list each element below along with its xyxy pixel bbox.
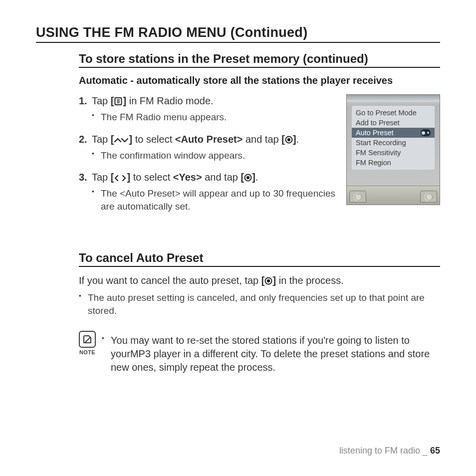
step-text: Tap xyxy=(92,172,111,183)
cancel-note: The auto preset setting is canceled, and… xyxy=(79,291,440,317)
device-menu-item: FM Region xyxy=(352,158,435,168)
device-menu-item: FM Sensitivity xyxy=(352,148,435,158)
svg-point-5 xyxy=(287,138,290,141)
menu-ref-auto-preset: <Auto Preset> xyxy=(175,134,243,145)
device-illustration: Go to Preset Mode Add to Preset Auto Pre… xyxy=(346,94,440,205)
device-knob-icon xyxy=(349,191,366,203)
device-bottom-panel xyxy=(347,186,440,205)
section-store-title: To store stations in the Preset memory (… xyxy=(79,52,440,68)
page-footer: listening to FM radio _ 65 xyxy=(339,446,440,456)
step-text: and tap xyxy=(202,172,241,183)
device-knob-icon xyxy=(420,191,437,203)
note-item: You may want to re-set the stored statio… xyxy=(102,334,440,374)
step-3: 3. Tap [] to select <Yes> and tap []. Th… xyxy=(79,171,337,213)
cancel-text-block: If you want to cancel the auto preset, t… xyxy=(79,274,440,317)
device-menu-item: Go to Preset Mode xyxy=(352,108,435,118)
bracket-open: [ xyxy=(240,172,244,183)
bracket-open: [ xyxy=(281,134,285,145)
bracket-open: [ xyxy=(111,172,114,183)
svg-point-9 xyxy=(267,279,270,282)
left-right-icon xyxy=(114,175,127,182)
menu-ref-yes: <Yes> xyxy=(173,172,202,183)
footer-text: listening to FM radio _ xyxy=(339,446,430,456)
bracket-open: [ xyxy=(111,134,114,145)
step-note: The FM Radio menu appears. xyxy=(92,111,337,124)
up-down-icon xyxy=(114,137,129,144)
step-1: 1. Tap [] in FM Radio mode. The FM Radio… xyxy=(79,94,337,124)
step-text: to select xyxy=(132,134,175,145)
step-2: 2. Tap [] to select <Auto Preset> and ta… xyxy=(79,133,337,162)
cancel-intro-post: in the process. xyxy=(276,275,344,286)
bracket-close: ] xyxy=(252,172,255,183)
step-text: Tap xyxy=(92,95,111,106)
step-num: 2. xyxy=(79,133,87,146)
step-text: Tap xyxy=(92,134,111,145)
step-text: . xyxy=(296,134,299,145)
select-icon xyxy=(264,277,272,285)
step-text: in FM Radio mode. xyxy=(126,95,214,106)
select-icon xyxy=(244,174,252,182)
bracket-close: ] xyxy=(293,134,296,145)
note-block: NOTE You may want to re-set the stored s… xyxy=(79,331,440,375)
step-note: The confirmation window appears. xyxy=(92,149,337,162)
note-label: NOTE xyxy=(79,349,96,355)
device-menu-item: Add to Preset xyxy=(352,118,435,128)
section-cancel-title: To cancel Auto Preset xyxy=(79,251,440,267)
device-menu-item-selected: Auto Preset xyxy=(352,128,435,138)
page-number: 65 xyxy=(430,446,440,456)
note-icon xyxy=(79,331,96,348)
device-menu: Go to Preset Mode Add to Preset Auto Pre… xyxy=(352,106,435,170)
cancel-intro-pre: If you want to cancel the auto preset, t… xyxy=(79,275,261,286)
device-menu-item: Start Recording xyxy=(352,138,435,148)
section-store-subtitle: Automatic - automatically store all the … xyxy=(79,75,440,86)
page-title: USING THE FM RADIO MENU (Continued) xyxy=(36,25,440,43)
step-text: to select xyxy=(130,172,173,183)
step-text: and tap xyxy=(242,134,281,145)
steps-list: 1. Tap [] in FM Radio mode. The FM Radio… xyxy=(79,94,337,213)
step-num: 1. xyxy=(79,94,87,108)
step-note: The <Auto Preset> will appear and up to … xyxy=(92,187,337,213)
select-icon xyxy=(285,136,293,144)
selection-indicator-icon xyxy=(421,129,431,136)
svg-point-7 xyxy=(246,176,249,179)
menu-icon xyxy=(114,97,123,105)
step-num: 3. xyxy=(79,171,87,184)
bracket-open: [ xyxy=(111,95,114,106)
step-text: . xyxy=(255,172,258,183)
bracket-open: [ xyxy=(261,275,265,286)
